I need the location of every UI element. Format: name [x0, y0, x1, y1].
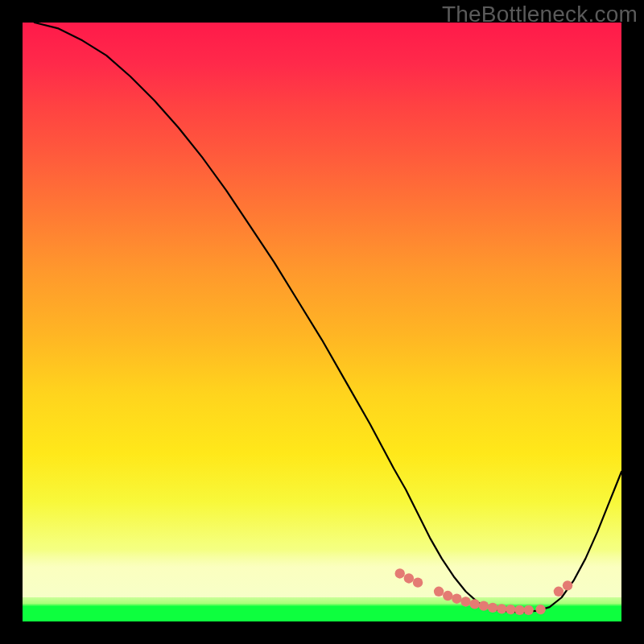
marker-dot: [395, 568, 405, 578]
chart-frame: TheBottleneck.com: [0, 0, 644, 644]
marker-dot: [479, 601, 489, 610]
curve-layer: [23, 23, 621, 621]
marker-dot: [497, 604, 506, 613]
marker-dot: [535, 605, 545, 614]
marker-dot: [514, 605, 524, 615]
marker-dot: [452, 594, 461, 604]
watermark-text: TheBottleneck.com: [442, 2, 638, 27]
marker-dot: [470, 599, 480, 609]
marker-dot: [434, 587, 444, 597]
marker-dot: [563, 580, 572, 590]
bottleneck-curve: [35, 23, 621, 612]
plot-area: [23, 23, 621, 621]
marker-dot: [404, 573, 414, 583]
marker-dot: [554, 587, 564, 597]
marker-dot: [523, 605, 533, 615]
marker-dot: [488, 603, 497, 613]
marker-dot: [460, 597, 470, 606]
marker-dot: [506, 605, 515, 614]
marker-dot: [443, 591, 452, 601]
marker-dot: [413, 577, 423, 587]
